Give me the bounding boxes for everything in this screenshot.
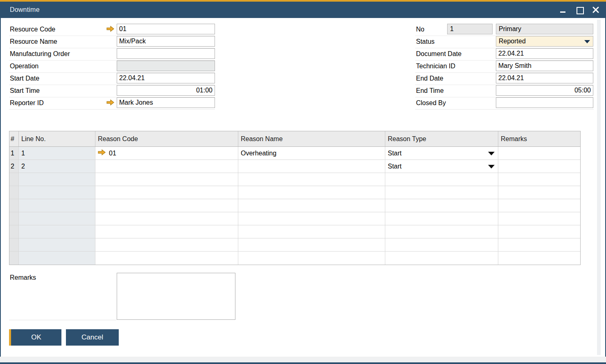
form-row-end-time: End Time bbox=[415, 85, 594, 97]
reason-code-cell[interactable] bbox=[95, 252, 238, 265]
line-no-cell[interactable]: 2 bbox=[19, 160, 95, 173]
remarks-cell[interactable] bbox=[498, 186, 580, 199]
reason-code-cell[interactable]: 01 bbox=[95, 147, 238, 160]
row-num-cell[interactable] bbox=[9, 186, 19, 199]
maximize-icon[interactable] bbox=[576, 6, 583, 13]
resource-name-input[interactable] bbox=[117, 36, 215, 47]
window-left-border bbox=[0, 18, 1, 364]
chevron-down-icon[interactable] bbox=[488, 152, 495, 155]
resource-code-input[interactable] bbox=[117, 24, 215, 34]
line-no-cell[interactable] bbox=[19, 186, 95, 199]
link-arrow-icon[interactable] bbox=[106, 99, 114, 106]
reporter-id-label: Reporter ID bbox=[10, 97, 44, 109]
remarks-textarea[interactable] bbox=[117, 273, 235, 320]
form-row-start-date: Start Date bbox=[9, 73, 215, 85]
window-controls bbox=[559, 2, 599, 18]
line-no-cell[interactable] bbox=[19, 252, 95, 265]
row-num-cell[interactable]: 2 bbox=[9, 160, 19, 173]
remarks-cell[interactable] bbox=[498, 238, 580, 251]
col-header-line-no[interactable]: Line No. bbox=[19, 131, 95, 146]
line-no-cell[interactable] bbox=[19, 199, 95, 212]
ok-button[interactable]: OK bbox=[9, 329, 61, 346]
line-no-cell[interactable] bbox=[19, 225, 95, 238]
operation-label: Operation bbox=[10, 61, 38, 72]
end-date-label: End Date bbox=[416, 73, 443, 84]
reason-type-cell[interactable] bbox=[385, 186, 498, 199]
start-date-input[interactable] bbox=[117, 73, 215, 83]
reason-name-cell[interactable] bbox=[238, 186, 385, 199]
scrollbar-track[interactable] bbox=[597, 20, 601, 355]
reason-type-cell[interactable] bbox=[385, 252, 498, 265]
form-row-manufacturing-order: Manufacturing Order bbox=[9, 48, 215, 61]
table-row bbox=[9, 225, 580, 238]
row-num-cell[interactable] bbox=[9, 252, 19, 265]
col-header-reason-type[interactable]: Reason Type bbox=[385, 131, 498, 146]
reason-code-cell[interactable] bbox=[95, 199, 238, 212]
reason-code-cell[interactable] bbox=[95, 238, 238, 251]
reason-type-cell[interactable] bbox=[385, 199, 498, 212]
status-dropdown[interactable]: Reported bbox=[496, 36, 593, 47]
reason-name-cell[interactable] bbox=[238, 173, 385, 186]
reason-name-cell[interactable]: Overheating bbox=[238, 147, 385, 160]
line-no-cell[interactable] bbox=[19, 212, 95, 225]
remarks-cell[interactable] bbox=[498, 212, 580, 225]
row-num-cell[interactable] bbox=[9, 173, 19, 186]
minimize-icon[interactable] bbox=[559, 6, 567, 13]
table-empty-rows bbox=[9, 173, 580, 265]
end-time-input[interactable] bbox=[496, 85, 593, 96]
reason-code-cell[interactable] bbox=[95, 225, 238, 238]
reason-type-cell[interactable]: Start bbox=[385, 147, 498, 160]
reason-name-cell[interactable] bbox=[238, 252, 385, 265]
start-time-input[interactable] bbox=[117, 85, 215, 96]
doc-number-field: 1 bbox=[447, 24, 493, 34]
chevron-down-icon[interactable] bbox=[488, 165, 495, 169]
link-arrow-icon[interactable] bbox=[106, 26, 114, 32]
reason-name-cell[interactable] bbox=[238, 238, 385, 251]
reason-code-cell[interactable] bbox=[95, 173, 238, 186]
col-header-reason-code[interactable]: Reason Code bbox=[95, 131, 238, 146]
row-num-cell[interactable] bbox=[9, 238, 19, 251]
col-header-reason-name[interactable]: Reason Name bbox=[238, 131, 385, 146]
col-header-num[interactable]: # bbox=[9, 131, 19, 146]
reason-type-cell[interactable] bbox=[385, 173, 498, 186]
reason-code-cell[interactable] bbox=[95, 160, 238, 173]
link-arrow-icon[interactable] bbox=[98, 149, 106, 157]
reason-name-cell[interactable] bbox=[238, 212, 385, 225]
close-icon[interactable] bbox=[592, 6, 599, 13]
manufacturing-order-input[interactable] bbox=[117, 48, 215, 59]
line-no-cell[interactable]: 1 bbox=[19, 147, 95, 160]
remarks-cell[interactable] bbox=[498, 225, 580, 238]
reason-type-cell[interactable] bbox=[385, 212, 498, 225]
reason-name-cell[interactable] bbox=[238, 225, 385, 238]
remarks-underline bbox=[9, 320, 116, 320]
status-value: Reported bbox=[499, 38, 526, 45]
end-date-input[interactable] bbox=[496, 73, 593, 83]
start-date-label: Start Date bbox=[10, 73, 39, 84]
row-num-cell[interactable] bbox=[9, 225, 19, 238]
row-num-cell[interactable] bbox=[9, 199, 19, 212]
reason-code-cell[interactable] bbox=[95, 186, 238, 199]
titlebar[interactable]: Downtime bbox=[0, 2, 606, 18]
row-num-cell[interactable]: 1 bbox=[9, 147, 19, 160]
col-header-remarks[interactable]: Remarks bbox=[498, 131, 580, 146]
remarks-cell[interactable] bbox=[498, 199, 580, 212]
remarks-cell[interactable] bbox=[498, 173, 580, 186]
document-date-input[interactable] bbox=[496, 48, 593, 59]
reason-type-cell[interactable] bbox=[385, 238, 498, 251]
line-no-cell[interactable] bbox=[19, 238, 95, 251]
remarks-cell[interactable] bbox=[498, 160, 580, 173]
reason-name-cell[interactable] bbox=[238, 160, 385, 173]
closed-by-input[interactable] bbox=[496, 97, 593, 108]
table-row bbox=[9, 212, 580, 225]
technician-id-input[interactable] bbox=[496, 61, 593, 71]
reason-code-cell[interactable] bbox=[95, 212, 238, 225]
reason-name-cell[interactable] bbox=[238, 199, 385, 212]
cancel-button[interactable]: Cancel bbox=[66, 329, 119, 346]
reason-type-cell[interactable]: Start bbox=[385, 160, 498, 173]
remarks-cell[interactable] bbox=[498, 147, 580, 160]
reason-type-cell[interactable] bbox=[385, 225, 498, 238]
line-no-cell[interactable] bbox=[19, 173, 95, 186]
row-num-cell[interactable] bbox=[9, 212, 19, 225]
remarks-cell[interactable] bbox=[498, 252, 580, 265]
reporter-id-input[interactable] bbox=[117, 97, 215, 108]
